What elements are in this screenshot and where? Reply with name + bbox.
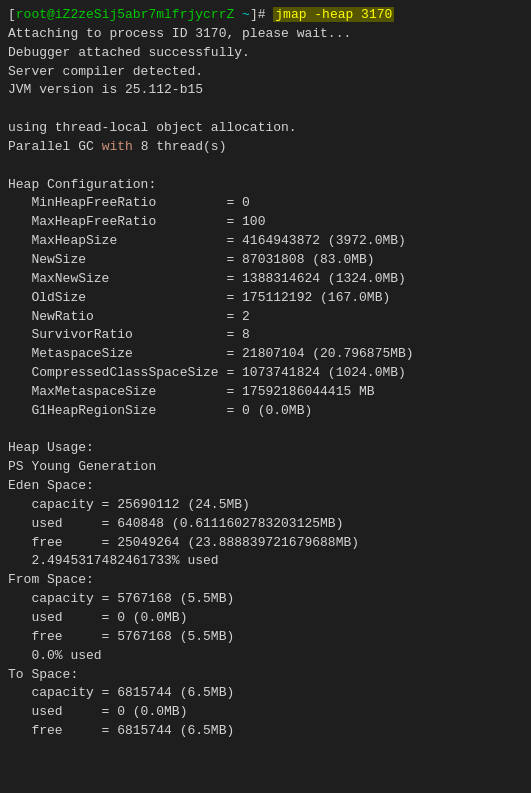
parallel-gc-line: Parallel GC with 8 thread(s)	[8, 138, 523, 157]
to-used-line: used = 0 (0.0MB)	[8, 703, 523, 722]
command-highlight: jmap -heap 3170	[273, 7, 394, 22]
max-metaspace-line: MaxMetaspaceSize = 17592186044415 MB	[8, 383, 523, 402]
to-capacity-line: capacity = 6815744 (6.5MB)	[8, 684, 523, 703]
max-heap-ratio-line: MaxHeapFreeRatio = 100	[8, 213, 523, 232]
bracket-open: [	[8, 7, 16, 22]
bracket-close: ]	[250, 7, 258, 22]
eden-free-line: free = 25049264 (23.888839721679688MB)	[8, 534, 523, 553]
g1-heap-line: G1HeapRegionSize = 0 (0.0MB)	[8, 402, 523, 421]
path: ~	[242, 7, 250, 22]
using-thread-line: using thread-local object allocation.	[8, 119, 523, 138]
survivor-ratio-line: SurvivorRatio = 8	[8, 326, 523, 345]
eden-pct-line: 2.4945317482461733% used	[8, 552, 523, 571]
from-pct-line: 0.0% used	[8, 647, 523, 666]
space	[234, 7, 242, 22]
min-heap-line: MinHeapFreeRatio = 0	[8, 194, 523, 213]
metaspace-size-line: MetaspaceSize = 21807104 (20.796875MB)	[8, 345, 523, 364]
empty-2	[8, 157, 523, 176]
user-host: root@iZ2zeSij5abr7mlfrjycrrZ	[16, 7, 234, 22]
prompt-line: [root@iZ2zeSij5abr7mlfrjycrrZ ~]# jmap -…	[8, 6, 523, 25]
eden-space-header: Eden Space:	[8, 477, 523, 496]
max-heap-size-line: MaxHeapSize = 4164943872 (3972.0MB)	[8, 232, 523, 251]
empty-3	[8, 421, 523, 440]
eden-used-line: used = 640848 (0.6111602783203125MB)	[8, 515, 523, 534]
empty-1	[8, 100, 523, 119]
eden-capacity-line: capacity = 25690112 (24.5MB)	[8, 496, 523, 515]
ps-young-line: PS Young Generation	[8, 458, 523, 477]
with-keyword: with	[102, 139, 133, 154]
max-new-size-line: MaxNewSize = 1388314624 (1324.0MB)	[8, 270, 523, 289]
heap-usage-header: Heap Usage:	[8, 439, 523, 458]
hash: #	[258, 7, 274, 22]
from-capacity-line: capacity = 5767168 (5.5MB)	[8, 590, 523, 609]
new-size-line: NewSize = 87031808 (83.0MB)	[8, 251, 523, 270]
server-line: Server compiler detected.	[8, 63, 523, 82]
from-space-header: From Space:	[8, 571, 523, 590]
from-used-line: used = 0 (0.0MB)	[8, 609, 523, 628]
heap-config-header: Heap Configuration:	[8, 176, 523, 195]
attach-line: Attaching to process ID 3170, please wai…	[8, 25, 523, 44]
to-space-header: To Space:	[8, 666, 523, 685]
jvm-version-line: JVM version is 25.112-b15	[8, 81, 523, 100]
old-size-line: OldSize = 175112192 (167.0MB)	[8, 289, 523, 308]
debugger-line: Debugger attached successfully.	[8, 44, 523, 63]
compressed-class-line: CompressedClassSpaceSize = 1073741824 (1…	[8, 364, 523, 383]
from-free-line: free = 5767168 (5.5MB)	[8, 628, 523, 647]
to-free-line: free = 6815744 (6.5MB)	[8, 722, 523, 741]
terminal-window: [root@iZ2zeSij5abr7mlfrjycrrZ ~]# jmap -…	[0, 0, 531, 793]
new-ratio-line: NewRatio = 2	[8, 308, 523, 327]
